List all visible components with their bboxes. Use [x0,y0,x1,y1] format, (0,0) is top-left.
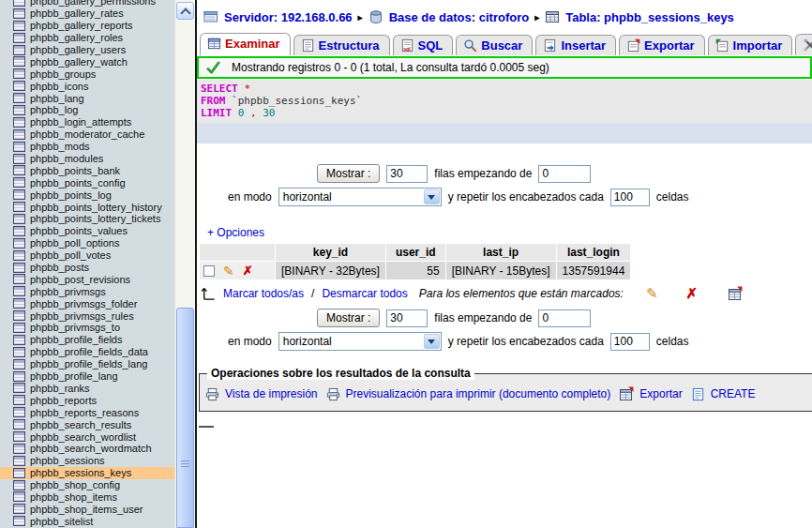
sidebar-item[interactable]: phpbb_groups [0,68,174,80]
phpmyadmin-screen: { "colors": { "link_blue": "#0000CC", "a… [0,0,812,528]
sidebar-item[interactable]: phpbb_points_lottery_tickets [0,213,174,225]
delete-selected-icon[interactable]: ✗ [685,288,698,299]
sidebar-item[interactable]: phpbb_search_wordlist [0,430,174,443]
sidebar-item[interactable]: phpbb_poll_votes [0,249,174,262]
sidebar-item[interactable]: phpbb_sessions_keys [0,467,174,479]
row-checkbox[interactable] [203,265,215,277]
column-header-user_id[interactable]: user_id [386,244,445,261]
sidebar-item[interactable]: phpbb_login_attempts [0,116,174,128]
export-selected-icon[interactable] [728,286,743,301]
sidebar-item[interactable]: phpbb_gallery_users [0,44,174,56]
tab-exportar[interactable]: Exportar [619,35,704,55]
exptbl-icon [619,386,634,401]
start-input[interactable] [538,165,591,183]
tab-sql[interactable]: sqlSQL [393,35,454,55]
mark-all-link[interactable]: Marcar todos/as [223,287,304,300]
sidebar-item[interactable]: phpbb_sitelist [0,515,174,527]
options-link[interactable]: + Opciones [207,226,264,239]
rows-input[interactable] [386,309,428,327]
sidebar-item[interactable]: phpbb_points_log [0,189,174,201]
mode-select[interactable]: horizontal [278,188,442,206]
sidebar-item[interactable]: phpbb_icons [0,80,174,92]
sidebar-item[interactable]: phpbb_privmsgs_folder [0,297,174,309]
cells-label: celdas [656,190,689,204]
sidebar-item[interactable]: phpbb_shop_items_user [0,503,174,515]
insert-icon [543,38,557,53]
mode-select[interactable]: horizontal [278,332,442,351]
sql-query-footer [197,123,812,143]
sidebar-item[interactable]: phpbb_mods [0,141,174,153]
sidebar-item[interactable]: phpbb_search_wordmatch [0,443,174,455]
column-header-last_ip[interactable]: last_ip [446,244,556,261]
sidebar-item[interactable]: phpbb_search_results [0,418,174,430]
delete-row-icon[interactable]: ✗ [243,265,253,277]
sidebar-item[interactable]: phpbb_points_config [0,176,174,189]
operation-link[interactable]: Previsualización para imprimir (document… [326,387,611,401]
sidebar-item[interactable]: phpbb_points_values [0,225,174,237]
table-icon [13,323,25,333]
tab-examinar[interactable]: Examinar [200,33,291,55]
database-crumb[interactable]: Base de datos: citroforo [389,10,530,24]
operation-link[interactable]: Vista de impresión [205,387,318,401]
sidebar-item[interactable]: phpbb_profile_fields_lang [0,358,174,370]
repeat-input[interactable] [610,189,650,206]
scroll-thumb[interactable] [176,308,194,528]
sidebar-item[interactable]: phpbb_privmsgs_rules [0,309,174,322]
unmark-all-link[interactable]: Desmarcar todos [322,287,407,300]
sidebar-item[interactable]: phpbb_ranks [0,383,174,395]
scroll-up-button[interactable] [176,2,194,20]
operation-link[interactable]: Exportar [619,386,682,401]
sidebar-item[interactable]: phpbb_gallery_roles [0,32,174,44]
breadcrumb-separator-icon: ▸ [534,12,539,23]
edit-selected-icon[interactable]: ✎ [646,288,658,299]
sidebar-item[interactable]: phpbb_profile_fields_data [0,346,174,358]
operation-link[interactable]: CREATE [691,387,756,401]
sidebar-item[interactable]: phpbb_gallery_reports [0,20,174,32]
rows-label: filas empezando de [434,167,532,180]
sidebar-item[interactable]: phpbb_log [0,104,174,116]
sidebar-item[interactable]: phpbb_profile_lang [0,370,174,383]
sidebar-item[interactable]: phpbb_moderator_cache [0,128,174,141]
show-button[interactable]: Mostrar : [317,309,380,327]
sidebar-scrollbar[interactable] [174,0,195,528]
sidebar-item[interactable]: phpbb_privmsgs [0,285,174,297]
sidebar-item-label: phpbb_shop_items [30,491,117,503]
tab-buscar[interactable]: Buscar [456,35,533,55]
sidebar-item[interactable]: phpbb_sessions [0,455,174,467]
rows-input[interactable] [386,165,428,183]
sidebar-item[interactable]: phpbb_privmsgs_to [0,322,174,334]
tab-oper[interactable]: Oper [795,34,812,55]
server-crumb[interactable]: Servidor: 192.168.0.66 [224,10,353,24]
tab-estructura[interactable]: Estructura [293,35,390,55]
start-input[interactable] [538,309,591,327]
table-crumb[interactable]: Tabla: phpbb_sessions_keys [565,10,734,24]
sidebar-item[interactable]: phpbb_shop_items [0,491,174,504]
struct-icon [301,38,315,53]
sidebar-item[interactable]: phpbb_gallery_watch [0,55,174,68]
sidebar-item[interactable]: phpbb_points_lottery_history [0,201,174,213]
table-icon [13,214,25,224]
sidebar-item[interactable]: phpbb_profile_fields [0,334,174,346]
sidebar-item[interactable]: phpbb_gallery_rates [0,8,174,20]
sidebar-item[interactable]: phpbb_poll_options [0,237,174,249]
sidebar-item[interactable]: phpbb_reports [0,394,174,406]
repeat-input[interactable] [610,333,650,351]
sidebar-item[interactable]: phpbb_modules [0,153,174,165]
tab-importar[interactable]: Importar [708,35,793,55]
tab-insertar[interactable]: Insertar [535,35,616,55]
show-button[interactable]: Mostrar : [317,164,380,183]
sidebar-item[interactable]: phpbb_posts [0,262,174,274]
browse-controls-top: Mostrar : filas empezando de en modo hor… [197,164,812,206]
sidebar-item[interactable]: phpbb_points_bank [0,164,174,176]
sidebar-item[interactable]: phpbb_shop_config [0,479,174,491]
edit-row-icon[interactable]: ✎ [223,265,234,277]
sidebar-item-label: phpbb_poll_options [30,237,119,249]
sidebar-item[interactable]: phpbb_post_revisions [0,273,174,285]
sidebar-item[interactable]: phpbb_reports_reasons [0,406,174,418]
column-header-key_id[interactable]: key_id [276,244,385,261]
sidebar-item[interactable]: phpbb_gallery_permissions [0,0,174,8]
column-header-last_login[interactable]: last_login [557,244,631,261]
with-selected-arrow-icon [200,285,216,301]
sidebar-item[interactable]: phpbb_lang [0,92,174,104]
sidebar-item-label: phpbb_sessions_keys [30,467,131,478]
